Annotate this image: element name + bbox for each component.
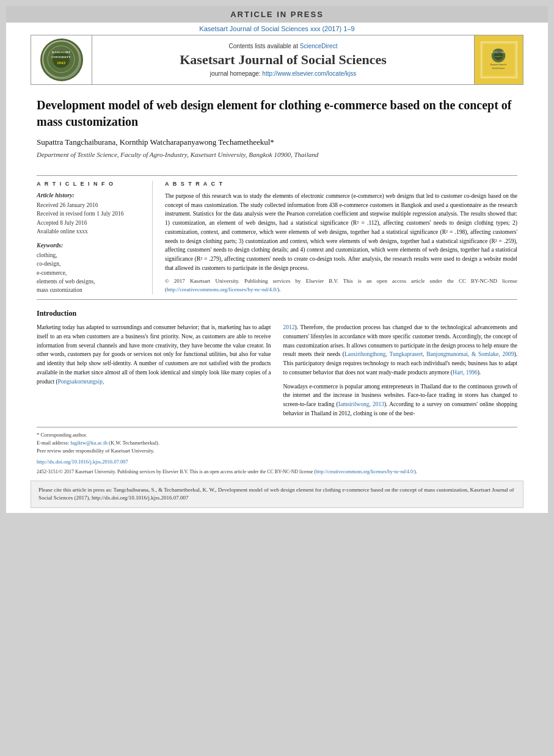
- svg-text:KASETSART: KASETSART: [52, 51, 71, 54]
- journal-header-center: Contents lists available at ScienceDirec…: [92, 35, 474, 84]
- article-authors: Supattra Tangchaiburana, Kornthip Watcha…: [37, 137, 517, 147]
- intro-left-col: Marketing today has adapted to surroundi…: [37, 323, 271, 418]
- journal-ref-text: Kasetsart Journal of Social Sciences xxx…: [199, 25, 354, 32]
- kasetsart-logo: KASETSART UNIVERSITY 1943: [40, 38, 83, 81]
- doi-url[interactable]: http://dx.doi.org/10.1016/j.kjss.2016.07…: [37, 459, 128, 465]
- article-info-column: A R T I C L E I N F O Article history: R…: [37, 181, 153, 294]
- journal-homepage-line: journal homepage: http://www.elsevier.co…: [210, 70, 357, 77]
- divider-2: [37, 299, 517, 300]
- abstract-text: The purpose of this research was to stud…: [165, 192, 517, 272]
- keywords-label: Keywords:: [37, 242, 145, 249]
- keyword-4: elements of web designs,: [37, 277, 145, 286]
- journal-logo-left: KASETSART UNIVERSITY 1943: [31, 35, 92, 84]
- corresponding-text: * Corresponding author.: [37, 432, 87, 438]
- citation-text: Please cite this article in press as: Ta…: [38, 487, 514, 501]
- svg-text:Kasetsart Journal of: Kasetsart Journal of: [490, 64, 507, 66]
- intro-right-text-2: Nowadays e-commerce is popular among ent…: [283, 382, 518, 418]
- available-online: Available online xxxx: [37, 227, 145, 236]
- right-logo-box: KASETSART JOURNAL Kasetsart Journal of S…: [481, 42, 517, 78]
- contents-available-line: Contents lists available at ScienceDirec…: [229, 43, 338, 49]
- citation-box: Please cite this article in press as: Ta…: [31, 481, 523, 508]
- pongsakorn-link[interactable]: Pongsakornrungsip,: [58, 379, 104, 385]
- intro-right-text-1: 2012). Therefore, the production process…: [283, 323, 518, 377]
- journal-reference-line: Kasetsart Journal of Social Sciences xxx…: [6, 23, 548, 35]
- svg-text:UNIVERSITY: UNIVERSITY: [51, 56, 71, 59]
- article-info-abstract-section: A R T I C L E I N F O Article history: R…: [37, 181, 517, 294]
- copyright-footer-text: 2452-3151/© 2017 Kasetsart University. P…: [37, 469, 417, 474]
- introduction-title: Introduction: [37, 309, 517, 318]
- keyword-2: co-design,: [37, 260, 145, 268]
- accepted-date: Accepted 8 July 2016: [37, 219, 145, 227]
- peer-review-note: Peer review under responsibility of Kase…: [37, 447, 517, 455]
- cc-link[interactable]: http://creativecommons.org/licenses/by-n…: [167, 286, 277, 293]
- email-label: E-mail address:: [37, 440, 69, 446]
- intro-right-col: 2012). Therefore, the production process…: [283, 323, 518, 418]
- footnote-section: * Corresponding author. E-mail address: …: [37, 427, 517, 454]
- homepage-url[interactable]: http://www.elsevier.com/locate/kjss: [262, 70, 356, 77]
- journal-logo-right: KASETSART JOURNAL Kasetsart Journal of S…: [474, 35, 523, 84]
- svg-text:KASETSART: KASETSART: [492, 51, 505, 54]
- article-main-title: Development model of web design element …: [37, 97, 517, 130]
- svg-text:JOURNAL: JOURNAL: [495, 55, 503, 57]
- homepage-label: journal homepage:: [210, 70, 261, 77]
- keyword-5: mass customization: [37, 286, 145, 294]
- article-history-label: Article history:: [37, 192, 145, 198]
- email-link[interactable]: fagiktw@ku.ac.th: [70, 440, 108, 446]
- divider: [37, 175, 517, 176]
- laosiri-link[interactable]: Laosirihongthong, Tungkaprasert, Banjong…: [344, 351, 514, 357]
- email-suffix: (K.W. Techametheekul).: [109, 440, 159, 446]
- journal-title: Kasetsart Journal of Social Sciences: [180, 52, 387, 68]
- article-info-heading: A R T I C L E I N F O: [37, 181, 145, 187]
- page: ARTICLE IN PRESS Kasetsart Journal of So…: [6, 6, 548, 513]
- keywords-section: Keywords: clothing, co-design, e-commerc…: [37, 242, 145, 294]
- svg-text:1943: 1943: [57, 60, 66, 65]
- cc-license-link[interactable]: http://creativecommons.org/licenses/by-n…: [316, 469, 414, 474]
- doi-line: http://dx.doi.org/10.1016/j.kjss.2016.07…: [37, 459, 517, 465]
- keyword-1: clothing,: [37, 251, 145, 260]
- hart-link[interactable]: Hart, 1996: [453, 369, 478, 376]
- business-word: business: [468, 360, 487, 366]
- authors-text: Supattra Tangchaiburana, Kornthip Watcha…: [37, 137, 274, 147]
- article-affiliation: Department of Textile Science, Faculty o…: [37, 151, 517, 158]
- keyword-3: e-commerce,: [37, 269, 145, 277]
- svg-text:Social Sciences: Social Sciences: [492, 67, 505, 70]
- abstract-heading: A B S T R A C T: [165, 181, 517, 187]
- copyright-footer: 2452-3151/© 2017 Kasetsart University. P…: [37, 468, 517, 476]
- svg-point-1: [48, 46, 75, 73]
- body-content: Introduction Marketing today has adapted…: [37, 309, 517, 418]
- revised-date: Received in revised form 1 July 2016: [37, 209, 145, 218]
- introduction-columns: Marketing today has adapted to surroundi…: [37, 323, 517, 418]
- received-date: Received 26 January 2016: [37, 201, 145, 209]
- email-note: E-mail address: fagiktw@ku.ac.th (K.W. T…: [37, 439, 517, 447]
- corresponding-note: * Corresponding author.: [37, 431, 517, 439]
- svg-point-2: [53, 51, 70, 68]
- article-in-press-banner: ARTICLE IN PRESS: [6, 6, 548, 23]
- journal-header: KASETSART UNIVERSITY 1943 Contents lists…: [31, 35, 523, 85]
- svg-point-0: [43, 41, 79, 78]
- intro-left-text: Marketing today has adapted to surroundi…: [37, 323, 271, 386]
- abstract-column: A B S T R A C T The purpose of this rese…: [165, 181, 517, 294]
- cc-end: ).: [277, 286, 280, 293]
- article-in-press-text: ARTICLE IN PRESS: [230, 10, 324, 19]
- article-title-section: Development model of web design element …: [6, 85, 548, 170]
- year-2012-link[interactable]: 2012: [283, 324, 295, 330]
- logo-inner-text: KASETSART UNIVERSITY 1943: [42, 40, 81, 81]
- contents-text: Contents lists available at: [229, 43, 298, 49]
- science-direct-link[interactable]: ScienceDirect: [300, 43, 338, 49]
- abstract-copyright: © 2017 Kasetsart University. Publishing …: [165, 277, 517, 294]
- iamsirilwong-link[interactable]: Iamsirilwong, 2013: [338, 401, 384, 407]
